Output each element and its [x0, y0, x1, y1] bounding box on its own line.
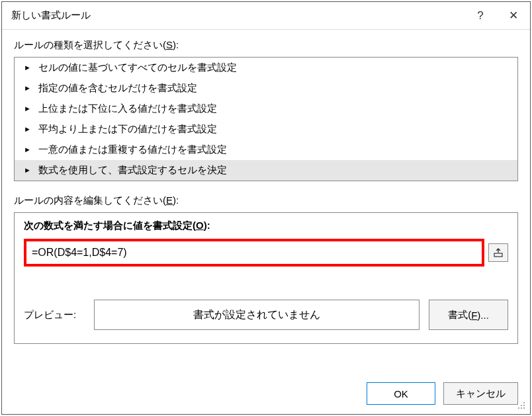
bullet-icon: ► — [24, 85, 34, 92]
preview-box: 書式が設定されていません — [94, 300, 420, 330]
titlebar: 新しい書式ルール ? ✕ — [2, 2, 530, 30]
button-text-end: )... — [477, 310, 489, 321]
preview-text: 書式が設定されていません — [193, 308, 320, 322]
svg-point-2 — [521, 405, 522, 406]
rule-item-use-formula[interactable]: ► 数式を使用して、書式設定するセルを決定 — [15, 160, 517, 181]
rule-type-list[interactable]: ► セルの値に基づいてすべてのセルを書式設定 ► 指定の値を含むセルだけを書式設… — [14, 57, 518, 181]
rule-item-all-cells[interactable]: ► セルの値に基づいてすべてのセルを書式設定 — [15, 58, 517, 78]
rule-item-contains[interactable]: ► 指定の値を含むセルだけを書式設定 — [15, 78, 517, 99]
preview-row: プレビュー: 書式が設定されていません 書式(F)... — [24, 300, 508, 330]
collapse-dialog-button[interactable] — [488, 243, 508, 262]
close-button[interactable]: ✕ — [497, 2, 530, 30]
rule-item-above-below-avg[interactable]: ► 平均より上または下の値だけを書式設定 — [15, 119, 517, 140]
svg-point-6 — [523, 407, 525, 409]
dialog-button-row: OK キャンセル — [2, 374, 530, 414]
preview-label: プレビュー: — [24, 309, 85, 321]
bullet-icon: ► — [24, 146, 34, 153]
heading-hotkey: O — [196, 220, 204, 231]
range-select-icon — [493, 247, 504, 258]
help-button[interactable]: ? — [464, 2, 497, 30]
rule-item-label: 指定の値を含むセルだけを書式設定 — [38, 82, 197, 95]
rule-item-label: 一意の値または重複する値だけを書式設定 — [38, 144, 227, 156]
rule-content-label: ルールの内容を編集してください(E): — [14, 194, 518, 207]
formula-heading: 次の数式を満たす場合に値を書式設定(O): — [24, 220, 508, 232]
heading-text: 次の数式を満たす場合に値を書式設定( — [24, 220, 196, 231]
cancel-button[interactable]: キャンセル — [443, 382, 518, 405]
rule-content-box: 次の数式を満たす場合に値を書式設定(O): プレビュー: — [14, 212, 518, 344]
ok-button[interactable]: OK — [367, 382, 435, 405]
heading-text-end: ): — [204, 220, 210, 231]
rule-item-label: セルの値に基づいてすべてのセルを書式設定 — [38, 62, 237, 74]
new-format-rule-dialog: 新しい書式ルール ? ✕ ルールの種類を選択してください(S): ► セルの値に… — [1, 1, 531, 415]
bullet-icon: ► — [24, 167, 34, 174]
formula-input[interactable] — [28, 243, 480, 263]
resize-grip-icon[interactable] — [517, 401, 526, 410]
label-text-end: ): — [173, 194, 179, 206]
format-button[interactable]: 書式(F)... — [429, 300, 508, 330]
dialog-title: 新しい書式ルール — [11, 9, 464, 22]
rule-item-unique-duplicate[interactable]: ► 一意の値または重複する値だけを書式設定 — [15, 140, 517, 160]
label-text-end: ): — [173, 39, 179, 50]
rule-content-section: ルールの内容を編集してください(E): 次の数式を満たす場合に値を書式設定(O)… — [14, 194, 518, 344]
svg-rect-0 — [494, 253, 502, 257]
svg-point-3 — [523, 405, 525, 406]
bullet-icon: ► — [24, 126, 34, 133]
label-text: ルールの内容を編集してください( — [14, 194, 166, 206]
dialog-content: ルールの種類を選択してください(S): ► セルの値に基づいてすべてのセルを書式… — [2, 30, 530, 374]
formula-highlight — [24, 239, 484, 267]
button-text: 書式( — [448, 309, 471, 321]
svg-point-5 — [521, 407, 522, 409]
label-text: ルールの種類を選択してください( — [14, 39, 166, 50]
label-hotkey: S — [166, 39, 173, 50]
svg-point-4 — [518, 407, 519, 409]
label-hotkey: E — [166, 194, 173, 206]
rule-item-label: 数式を使用して、書式設定するセルを決定 — [38, 164, 227, 177]
svg-point-1 — [523, 402, 525, 403]
bullet-icon: ► — [24, 64, 34, 71]
rule-item-label: 平均より上または下の値だけを書式設定 — [38, 123, 217, 136]
rule-type-label: ルールの種類を選択してください(S): — [14, 39, 518, 52]
button-hotkey: F — [471, 310, 477, 321]
formula-row — [24, 239, 508, 267]
rule-item-top-bottom[interactable]: ► 上位または下位に入る値だけを書式設定 — [15, 99, 517, 119]
rule-item-label: 上位または下位に入る値だけを書式設定 — [38, 103, 217, 115]
bullet-icon: ► — [24, 105, 34, 112]
